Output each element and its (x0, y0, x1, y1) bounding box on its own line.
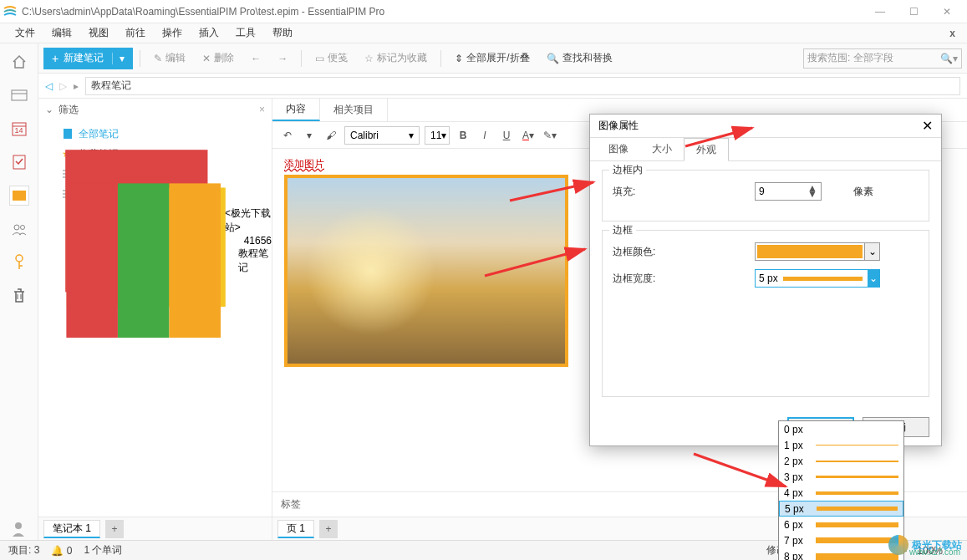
filter-header[interactable]: ⌄ 筛选 × (38, 99, 272, 120)
dialog-title: 图像属性 (598, 119, 639, 133)
padding-label: 填充: (613, 185, 755, 199)
image-properties-dialog: 图像属性 ✕ 图像 大小 外观 边框内 填充: 9 ▲▼ 像素 边框 (589, 114, 942, 446)
chevron-down-icon[interactable]: ▾ (112, 53, 125, 64)
breadcrumb-path[interactable]: 教程笔记 (85, 77, 960, 95)
width-option[interactable]: 4 px (779, 485, 903, 501)
highlight-button[interactable]: ✎▾ (542, 126, 558, 145)
page-tab[interactable]: 页 1 (277, 520, 314, 538)
width-option[interactable]: 8 px (779, 548, 903, 560)
width-option[interactable]: 0 px (779, 421, 903, 437)
module-bar: 14 (0, 43, 38, 540)
today-icon[interactable] (9, 85, 29, 105)
notes-icon[interactable] (9, 186, 29, 206)
sticky-button[interactable]: ▭便笺 (308, 48, 354, 69)
close-icon[interactable]: × (259, 104, 265, 115)
add-notebook-button[interactable]: + (105, 520, 124, 538)
expand-button[interactable]: ⇕全部展开/折叠 (448, 48, 536, 69)
status-items: 项目: 3 (8, 543, 39, 557)
menu-help[interactable]: 帮助 (264, 26, 301, 40)
width-option[interactable]: 2 px (779, 453, 903, 469)
maximize-button[interactable]: ☐ (897, 0, 930, 23)
italic-button[interactable]: I (476, 126, 493, 145)
menubar: 文件 编辑 视图 前往 操作 插入 工具 帮助 x (0, 23, 967, 43)
width-option[interactable]: 3 px (779, 469, 903, 485)
notebook-tab[interactable]: 笔记本 1 (43, 520, 100, 538)
search-input[interactable]: 搜索范围: 全部字段 🔍 ▾ (803, 48, 962, 69)
embedded-image[interactable] (284, 175, 568, 367)
tab-content[interactable]: 内容 (272, 99, 320, 121)
undo-button[interactable]: ↶ (279, 126, 296, 145)
favorite-button[interactable]: ☆标记为收藏 (358, 48, 434, 69)
dialog-close-button[interactable]: ✕ (922, 118, 933, 134)
window-title: C:\Users\admin\AppData\Roaming\Essential… (22, 6, 863, 18)
new-note-button[interactable]: + 新建笔记 ▾ (43, 48, 133, 69)
tab-appearance[interactable]: 外观 (684, 138, 729, 161)
chevron-down-icon: ⌄ (45, 104, 53, 115)
spin-down-icon[interactable]: ▼ (807, 191, 817, 197)
font-color-button[interactable]: A▾ (520, 126, 537, 145)
border-color-label: 边框颜色: (613, 245, 755, 259)
svg-point-7 (20, 226, 24, 230)
nav-dropdown-icon[interactable]: ▸ (74, 80, 79, 92)
home-icon[interactable] (9, 52, 29, 72)
status-words: 1 个单词 (84, 543, 122, 557)
calendar-icon[interactable]: 14 (9, 119, 29, 139)
dialog-titlebar: 图像属性 ✕ (590, 115, 941, 138)
menu-goto[interactable]: 前往 (117, 26, 154, 40)
search-dropdown-icon[interactable]: ▾ (953, 53, 958, 64)
tab-size[interactable]: 大小 (640, 138, 684, 160)
group-inner-border: 边框内 填充: 9 ▲▼ 像素 (602, 170, 929, 221)
border-width-select[interactable]: 5 px ⌄ (755, 269, 880, 288)
user-icon[interactable] (10, 520, 27, 537)
menu-insert[interactable]: 插入 (191, 26, 227, 40)
chevron-down-icon[interactable]: ⌄ (868, 269, 879, 288)
menu-edit[interactable]: 编辑 (43, 26, 80, 40)
chevron-down-icon[interactable]: ⌄ (864, 243, 879, 260)
brush-icon[interactable]: 🖌 (323, 126, 339, 145)
border-color-select[interactable]: ⌄ (755, 242, 880, 261)
search-icon[interactable]: 🔍 (940, 53, 953, 64)
close-button[interactable]: ✕ (930, 0, 964, 23)
titlebar: C:\Users\admin\AppData\Roaming\Essential… (0, 0, 967, 23)
nav-back-icon[interactable]: ◁ (45, 80, 53, 92)
nav-forward-icon[interactable]: ▷ (59, 80, 67, 92)
edit-button[interactable]: ✎编辑 (147, 48, 192, 69)
move-left-button[interactable]: ← (244, 48, 267, 69)
watermark: 极光下载站 www.xz7.com (888, 535, 962, 555)
menu-view[interactable]: 视图 (80, 26, 117, 40)
dialog-tabs: 图像 大小 外观 (590, 138, 941, 161)
password-icon[interactable] (9, 252, 29, 272)
size-select[interactable]: 11▾ (425, 126, 450, 145)
svg-rect-0 (12, 90, 27, 100)
border-width-label: 边框宽度: (613, 272, 755, 286)
svg-point-25 (15, 522, 22, 529)
menu-action[interactable]: 操作 (154, 26, 191, 40)
color-swatch (757, 245, 863, 258)
find-replace-button[interactable]: 🔍查找和替换 (540, 48, 619, 69)
tab-image[interactable]: 图像 (597, 138, 640, 160)
tasks-icon[interactable] (9, 152, 29, 172)
move-right-button[interactable]: → (271, 48, 294, 69)
delete-button[interactable]: ✕删除 (196, 48, 241, 69)
menu-file[interactable]: 文件 (7, 26, 43, 40)
contacts-icon[interactable] (9, 219, 29, 239)
sidebar: ⌄ 筛选 × 全部笔记 ★收藏笔记 最近浏览 最近修改 <极光下载站> 4165… (38, 99, 272, 540)
width-option[interactable]: 1 px (779, 437, 903, 453)
menu-tools[interactable]: 工具 (227, 26, 264, 40)
status-bell: 🔔 0 (51, 545, 72, 557)
width-option[interactable]: 7 px (779, 532, 903, 548)
minimize-button[interactable]: — (863, 0, 897, 23)
trash-icon[interactable] (9, 286, 29, 306)
underline-button[interactable]: U (498, 126, 515, 145)
tab-related[interactable]: 相关项目 (320, 99, 388, 121)
dropdown-icon[interactable]: ▾ (301, 126, 318, 145)
width-option[interactable]: 6 px (779, 517, 903, 532)
svg-point-8 (16, 255, 23, 262)
padding-input[interactable]: 9 ▲▼ (755, 182, 822, 201)
menu-close-icon[interactable]: x (944, 28, 960, 39)
bold-button[interactable]: B (455, 126, 471, 145)
font-select[interactable]: Calibri▾ (344, 126, 420, 145)
width-option[interactable]: 5 px (779, 501, 903, 517)
add-page-button[interactable]: + (319, 520, 338, 538)
breadcrumb-bar: ◁ ▷ ▸ 教程笔记 (38, 74, 967, 99)
